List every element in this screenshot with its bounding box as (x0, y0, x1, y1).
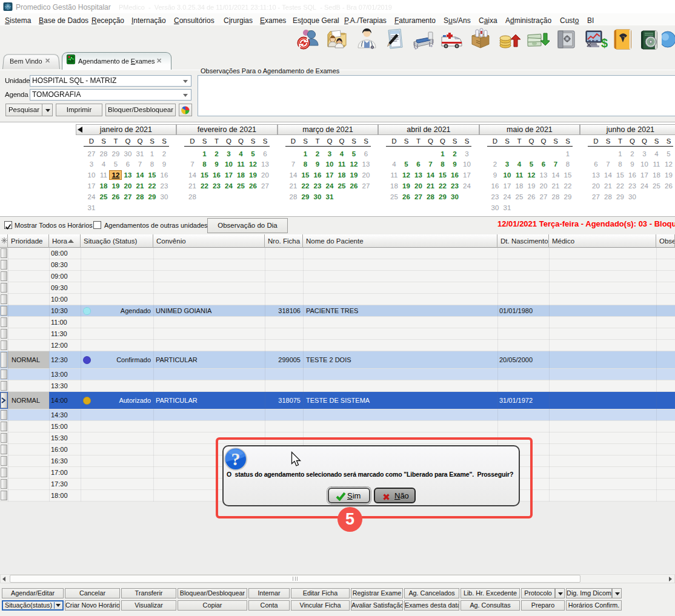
svg-text:?: ? (231, 449, 241, 469)
svg-text:$: $ (601, 36, 608, 50)
